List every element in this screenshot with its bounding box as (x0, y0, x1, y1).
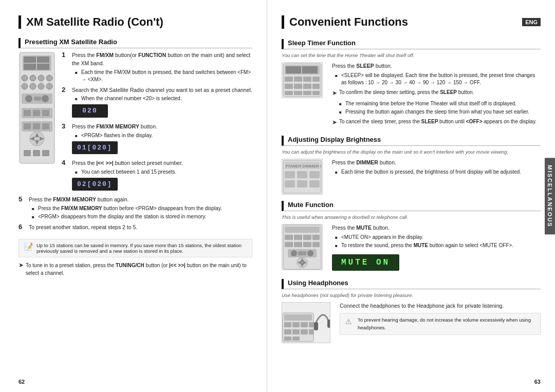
headphones-section: Using Headphones Use headphones (not sup… (282, 279, 541, 343)
svg-rect-88 (284, 337, 291, 341)
tune-note-text: To tune in to a preset station, press th… (26, 262, 252, 277)
svg-rect-31 (24, 150, 31, 156)
svg-rect-62 (294, 235, 302, 240)
svg-point-9 (46, 75, 52, 81)
sleep-arrow2: ➤ To cancel the sleep timer, press the S… (332, 118, 541, 127)
sleep-arrow1: ➤ To confirm the sleep timer setting, pr… (332, 88, 541, 98)
svg-point-70 (291, 250, 297, 256)
svg-rect-79 (284, 314, 312, 321)
svg-rect-44 (303, 84, 311, 89)
svg-rect-39 (294, 77, 302, 82)
page-num-right: 63 (534, 379, 541, 385)
sleep-press: Press the SLEEP button. (332, 62, 541, 70)
sleep-section-title: Sleep Timer Function (282, 39, 541, 49)
svg-point-10 (22, 83, 28, 89)
svg-rect-61 (285, 235, 293, 240)
svg-rect-33 (42, 150, 49, 156)
step1-bullet: ■ Each time the FM/XM button is pressed,… (75, 69, 252, 83)
svg-rect-58 (309, 180, 320, 188)
mute-section-title: Mute Function (282, 201, 541, 211)
svg-rect-4 (24, 64, 36, 70)
brightness-text: Press the DIMMER button. ■ Each time the… (332, 159, 541, 195)
svg-rect-81 (292, 322, 300, 327)
svg-rect-41 (312, 77, 320, 82)
step-2: 2 Search the XM Satellite Radio channel … (62, 86, 252, 120)
svg-rect-84 (284, 329, 291, 334)
svg-rect-37 (302, 66, 318, 73)
svg-rect-43 (294, 84, 302, 89)
svg-rect-53 (285, 171, 295, 178)
svg-rect-68 (312, 242, 320, 247)
page-num-left: 62 (18, 379, 25, 385)
svg-rect-67 (303, 242, 311, 247)
note-icon: 📝 (24, 242, 33, 251)
svg-rect-54 (297, 171, 307, 178)
svg-rect-5 (37, 64, 49, 70)
brightness-subtitle: You can adjust the brightness of the dis… (282, 149, 541, 155)
mute-bullet1: ■ <MUTE ON> appears in the display. (335, 234, 541, 241)
svg-rect-48 (303, 91, 311, 95)
headphones-svg (282, 303, 330, 343)
svg-point-12 (38, 83, 44, 89)
svg-point-6 (22, 75, 28, 81)
svg-rect-82 (301, 322, 308, 327)
svg-rect-72 (298, 251, 306, 255)
mute-text: Press the MUTE button. ■ <MUTE ON> appea… (332, 224, 541, 273)
svg-rect-56 (285, 180, 295, 188)
step5-bullet1: ■ Press the FM/XM MEMORY button before <… (32, 205, 252, 212)
svg-rect-32 (33, 150, 40, 156)
lcd-display-2: 01[020] (72, 141, 118, 155)
svg-rect-83 (309, 322, 314, 327)
note-box: 📝 Up to 15 stations can be saved in memo… (18, 239, 252, 257)
mute-section: Mute Function This is useful when answer… (282, 201, 541, 273)
brightness-press: Press the DIMMER button. (332, 159, 541, 167)
svg-point-71 (307, 250, 313, 256)
svg-rect-23 (24, 123, 31, 129)
svg-rect-65 (285, 242, 293, 247)
brightness-content: POWER DIMMER CANCEL Press the DIMMER but… (282, 159, 541, 195)
step-6: 6 To preset another station, repeat step… (18, 223, 252, 232)
mute-content: Press the MUTE button. ■ <MUTE ON> appea… (282, 224, 541, 273)
step-4: 4 Press the |<< >>| button select preset… (62, 159, 252, 193)
svg-point-16 (42, 95, 49, 102)
svg-rect-45 (312, 84, 320, 89)
svg-rect-80 (284, 322, 291, 327)
step5-bullet2: ■ <PRGM> disappears from the display and… (32, 213, 252, 220)
headphones-connect: Connect the headphones to the Headphone … (340, 302, 541, 310)
svg-rect-55 (309, 171, 320, 178)
note-text: Up to 15 stations can be saved in memory… (36, 242, 247, 254)
svg-rect-63 (303, 235, 311, 240)
lcd-display-1: 020 (72, 104, 108, 118)
svg-rect-89 (292, 337, 300, 341)
sleep-confirm-bullet2: ■ Pressing the button again changes the … (339, 108, 541, 116)
brightness-section: Adjusting Display Brightness You can adj… (282, 136, 541, 195)
svg-rect-40 (303, 77, 311, 82)
lcd-display-3: 02[020] (72, 178, 118, 191)
step3-bullet: ■ <PRGM> flashes in the display. (75, 132, 252, 139)
sleep-timer-section: Sleep Timer Function You can set the tim… (282, 39, 541, 129)
svg-rect-20 (33, 110, 40, 116)
headphones-warning-text: To prevent hearing damage, do not increa… (358, 316, 535, 331)
svg-rect-87 (309, 329, 314, 334)
headphones-device-img (282, 302, 330, 343)
brightness-bullet: ■ Each time the button is pressed, the b… (335, 169, 541, 176)
mute-lcd: MUTE ON (332, 254, 399, 271)
mute-subtitle: This is useful when answering a doorbell… (282, 214, 541, 220)
warning-icon: ⚠ (345, 316, 355, 327)
svg-rect-49 (312, 91, 320, 95)
svg-point-7 (30, 75, 36, 81)
mute-press: Press the MUTE button. (332, 224, 541, 232)
svg-rect-90 (314, 322, 318, 330)
svg-text:POWER DIMMER CANCEL: POWER DIMMER CANCEL (286, 164, 322, 169)
svg-rect-47 (294, 91, 302, 95)
mute-device-img (282, 224, 323, 270)
eng-badge: ENG (522, 18, 541, 26)
sleep-confirm-bullet1: ■ The remaining time before the Home The… (339, 100, 541, 107)
svg-point-8 (38, 75, 44, 81)
svg-rect-46 (285, 91, 293, 95)
headphones-content: Connect the headphones to the Headphone … (282, 302, 541, 343)
svg-rect-17 (34, 97, 41, 101)
presetting-section-title: Presetting XM Satellite Radio (18, 38, 252, 48)
svg-point-11 (30, 83, 36, 89)
step4-bullet: ■ You can select between 1 and 15 preset… (75, 169, 252, 176)
